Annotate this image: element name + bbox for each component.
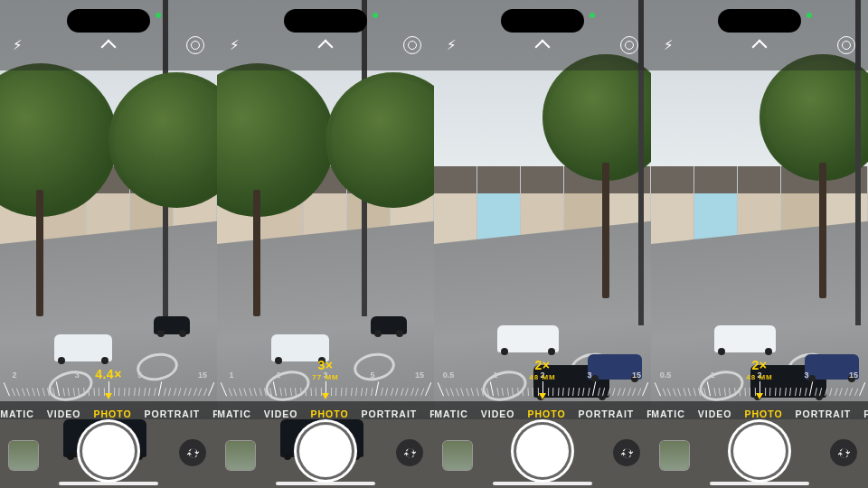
zoom-dial-stop[interactable]: 15: [632, 371, 641, 380]
zoom-dial-needle-icon: [539, 393, 546, 399]
home-indicator[interactable]: [59, 482, 158, 485]
zoom-dial[interactable]: 23515: [0, 329, 217, 401]
zoom-dial-stop[interactable]: 0.5: [443, 371, 455, 380]
zoom-dial-stop[interactable]: 15: [415, 371, 424, 380]
mode-portrait[interactable]: PORTRAIT: [145, 408, 201, 428]
flash-toggle-icon[interactable]: ⚡︎: [230, 38, 240, 52]
mode-video[interactable]: VIDEO: [481, 408, 515, 428]
switch-camera-button[interactable]: [830, 439, 857, 466]
switch-camera-button[interactable]: [396, 439, 423, 466]
home-indicator[interactable]: [276, 482, 375, 485]
zoom-readout: 4.4×: [95, 367, 122, 381]
switch-camera-icon: [402, 446, 418, 461]
flash-toggle-icon[interactable]: ⚡︎: [664, 38, 674, 52]
zoom-dial-stop[interactable]: 0.5: [660, 371, 672, 380]
zoom-dial-stop[interactable]: 3: [75, 371, 80, 380]
dynamic-island: [501, 9, 584, 33]
zoom-readout: 3×77 MM: [312, 358, 338, 381]
expand-controls-chevron-icon[interactable]: [319, 38, 332, 51]
phone-screenshot: ⚡︎0.5123152×48 MMCINEMATICVIDEOPHOTOPORT…: [434, 0, 651, 488]
zoom-dial-stop[interactable]: 1: [229, 371, 233, 380]
flash-toggle-icon[interactable]: ⚡︎: [447, 38, 457, 52]
zoom-dial-stop[interactable]: 5: [370, 371, 374, 380]
zoom-dial-stop[interactable]: 15: [198, 371, 207, 380]
switch-camera-button[interactable]: [613, 439, 640, 466]
zoom-dial-stop[interactable]: 3: [804, 371, 808, 380]
shutter-button[interactable]: [516, 425, 569, 477]
phone-screenshot: ⚡︎0.5123152×48 MMCINEMATICVIDEOPHOTOPORT…: [651, 0, 868, 488]
switch-camera-icon: [185, 446, 201, 461]
zoom-dial-stop[interactable]: 1: [493, 371, 497, 380]
camera-active-indicator-icon: [590, 13, 595, 18]
last-photo-thumbnail[interactable]: [226, 441, 255, 470]
zoom-dial-needle-icon: [105, 393, 112, 399]
camera-active-indicator-icon: [156, 13, 161, 18]
dynamic-island: [284, 9, 367, 33]
switch-camera-button[interactable]: [179, 439, 206, 466]
zoom-dial-stop[interactable]: 1: [710, 371, 714, 380]
last-photo-thumbnail[interactable]: [443, 441, 472, 470]
dynamic-island: [718, 9, 801, 33]
shutter-button[interactable]: [82, 425, 135, 477]
camera-active-indicator-icon: [373, 13, 378, 18]
zoom-dial-needle-icon: [322, 393, 329, 399]
phone-screenshot: ⚡︎235154.4×CINEMATICVIDEOPHOTOPORTRAITPA…: [0, 0, 217, 488]
mode-cinematic[interactable]: CINEMATIC: [0, 408, 34, 428]
mode-portrait[interactable]: PORTRAIT: [579, 408, 635, 428]
mode-cinematic[interactable]: CINEMATIC: [217, 408, 251, 428]
mode-video[interactable]: VIDEO: [264, 408, 298, 428]
zoom-dial-stop[interactable]: 5: [137, 371, 142, 380]
shutter-button[interactable]: [733, 425, 786, 477]
phone-screenshot: ⚡︎1235153×77 MMCINEMATICVIDEOPHOTOPORTRA…: [217, 0, 434, 488]
shutter-button[interactable]: [299, 425, 352, 477]
mode-cinematic[interactable]: CINEMATIC: [651, 408, 685, 428]
home-indicator[interactable]: [493, 482, 592, 485]
mode-portrait[interactable]: PORTRAIT: [362, 408, 418, 428]
camera-active-indicator-icon: [807, 13, 812, 18]
live-photo-toggle-icon[interactable]: [837, 36, 855, 54]
flash-toggle-icon[interactable]: ⚡︎: [13, 38, 23, 52]
live-photo-toggle-icon[interactable]: [403, 36, 421, 54]
zoom-dial-stop[interactable]: 2: [276, 371, 280, 380]
live-photo-toggle-icon[interactable]: [186, 36, 204, 54]
last-photo-thumbnail[interactable]: [660, 441, 689, 470]
mode-video[interactable]: VIDEO: [698, 408, 732, 428]
zoom-dial-needle-icon: [756, 393, 763, 399]
switch-camera-icon: [619, 446, 635, 461]
zoom-dial-stop[interactable]: 2: [12, 371, 16, 380]
zoom-dial-stop[interactable]: 15: [849, 371, 858, 380]
mode-portrait[interactable]: PORTRAIT: [796, 408, 852, 428]
expand-controls-chevron-icon[interactable]: [102, 38, 115, 51]
dynamic-island: [67, 9, 150, 33]
zoom-readout: 2×48 MM: [529, 358, 555, 381]
switch-camera-icon: [836, 446, 852, 461]
mode-pano[interactable]: PANO: [863, 408, 868, 428]
expand-controls-chevron-icon[interactable]: [536, 38, 549, 51]
home-indicator[interactable]: [710, 482, 809, 485]
zoom-dial-stop[interactable]: 3: [587, 371, 591, 380]
mode-video[interactable]: VIDEO: [47, 408, 81, 428]
zoom-readout: 2×48 MM: [746, 358, 772, 381]
live-photo-toggle-icon[interactable]: [620, 36, 638, 54]
last-photo-thumbnail[interactable]: [9, 441, 38, 470]
mode-cinematic[interactable]: CINEMATIC: [434, 408, 468, 428]
expand-controls-chevron-icon[interactable]: [753, 38, 766, 51]
